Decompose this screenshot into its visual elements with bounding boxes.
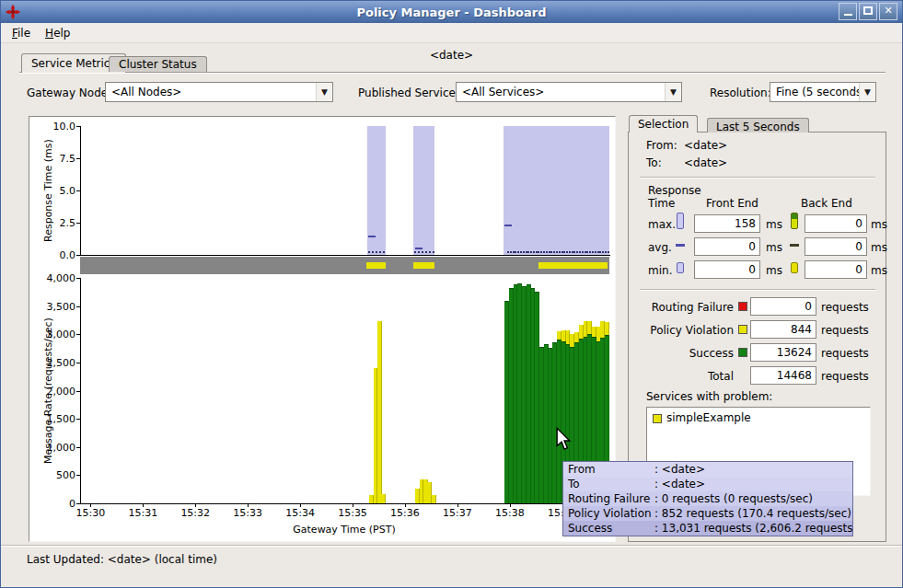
x-tick-label: 15:33 (229, 507, 266, 519)
to-value: <date> (684, 156, 727, 169)
response-min-dot (553, 251, 555, 253)
chevron-down-icon: ▼ (316, 83, 332, 101)
front-end-avg-icon (676, 244, 685, 247)
ms-unit: ms (871, 218, 887, 231)
response-min-dot (510, 251, 512, 253)
x-tick-label: 15:38 (492, 507, 528, 519)
close-icon: ✕ (884, 5, 892, 17)
from-value: <date> (684, 139, 727, 152)
back-end-avg-icon (790, 244, 799, 247)
y-tick-mark (76, 503, 80, 504)
policy-violation-bar (432, 495, 436, 503)
y-tick-label: 10.0 (33, 121, 75, 133)
policy-violation-bar (377, 321, 382, 503)
response-min-dot (418, 251, 420, 253)
list-item-service[interactable]: simpleExample (666, 411, 751, 424)
metrics-chart-area[interactable]: Response Time (ms) Message Rate (request… (29, 116, 616, 542)
rate-axis-y (80, 278, 81, 503)
tooltip-key: From (568, 462, 654, 477)
tooltip-row: Policy Violation852 requests (170.4 requ… (563, 506, 852, 521)
back-end-max-field[interactable]: 0 (805, 214, 867, 233)
minimize-button[interactable] (839, 3, 857, 20)
back-end-header: Back End (801, 197, 852, 210)
y-tick-mark (76, 255, 80, 256)
tooltip-row: Success13,031 requests (2,606.2 requests… (563, 521, 852, 536)
response-min-dot (556, 251, 558, 253)
response-min-dot (425, 251, 427, 253)
requests-unit: requests (821, 370, 869, 383)
y-tick-label: 3,000 (33, 329, 75, 340)
y-tick-label: 1,500 (33, 413, 75, 425)
tab-cluster-status[interactable]: Cluster Status (109, 56, 207, 72)
x-tick-label: 15:35 (334, 507, 371, 519)
y-tick-mark (76, 306, 80, 307)
y-tick-label: 5.0 (33, 185, 75, 197)
front-end-max-field[interactable]: 158 (694, 214, 760, 233)
front-end-avg-field[interactable]: 0 (694, 237, 760, 256)
y-tick-mark (76, 447, 80, 448)
response-min-dot (572, 251, 573, 253)
mouse-cursor (555, 427, 572, 451)
y-tick-label: 500 (33, 469, 75, 481)
response-min-dot (550, 251, 552, 253)
response-min-dot (536, 251, 538, 253)
y-tick-mark (76, 334, 80, 335)
total-label: Total (640, 370, 734, 383)
gateway-node-label: Gateway Node: (27, 86, 111, 99)
back-end-min-field[interactable]: 0 (805, 260, 867, 279)
requests-unit: requests (821, 324, 869, 337)
success-field[interactable]: 13624 (750, 343, 816, 362)
routing-failure-field[interactable]: 0 (750, 297, 816, 316)
title-bar[interactable]: Policy Manager - Dashboard ✕ (1, 1, 902, 23)
response-min-dot (433, 251, 434, 253)
gateway-node-select[interactable]: <All Nodes> ▼ (105, 82, 333, 102)
response-min-dot (573, 251, 575, 253)
response-min-dot (608, 251, 609, 253)
policy-violation-field[interactable]: 844 (750, 320, 816, 339)
close-button[interactable]: ✕ (879, 3, 897, 20)
menu-help[interactable]: Help (38, 24, 77, 42)
y-tick-label: 0.0 (33, 249, 75, 261)
response-min-dot (372, 251, 374, 253)
tab-selection[interactable]: Selection (629, 115, 698, 133)
maximize-button[interactable] (859, 3, 877, 20)
requests-unit: requests (821, 347, 869, 360)
front-end-min-field[interactable]: 0 (694, 260, 760, 279)
y-tick-mark (76, 475, 80, 476)
response-min-dot (538, 251, 539, 253)
response-min-dot (533, 251, 535, 253)
tab-last-5-seconds[interactable]: Last 5 Seconds (707, 118, 809, 133)
total-field[interactable]: 14468 (750, 366, 816, 385)
window-controls: ✕ (839, 3, 897, 20)
response-activity-block (413, 126, 434, 255)
window-title: Policy Manager - Dashboard (1, 6, 902, 19)
resolution-select[interactable]: Fine (5 seconds) ▼ (770, 82, 876, 102)
menu-file[interactable]: File (5, 24, 38, 42)
response-min-dot (602, 251, 604, 253)
x-tick-label: 15:36 (387, 507, 423, 519)
response-min-dot (379, 251, 381, 253)
front-end-max-icon (677, 213, 684, 229)
ms-unit: ms (766, 264, 782, 277)
response-min-dot (595, 251, 596, 253)
min-label: min. (648, 264, 672, 277)
resolution-value: Fine (5 seconds) (776, 86, 859, 98)
rate-axis-x (80, 503, 610, 504)
chevron-down-icon: ▼ (665, 83, 681, 101)
back-end-avg-field[interactable]: 0 (805, 237, 867, 256)
response-min-dot (513, 251, 515, 253)
chart-tooltip: From<date> To<date> Routing Failure0 req… (562, 461, 853, 536)
x-tick-label: 15:30 (72, 507, 109, 519)
response-header: Response (648, 184, 701, 197)
published-service-select[interactable]: <All Services> ▼ (456, 82, 682, 102)
y-tick-mark (76, 363, 80, 363)
tooltip-value: <date> (654, 463, 705, 476)
response-min-dot (507, 251, 509, 253)
ms-unit: ms (766, 241, 782, 254)
violation-band-segment (366, 262, 386, 269)
response-min-dot (566, 251, 568, 253)
response-axis-x (80, 255, 610, 256)
y-tick-mark (76, 419, 80, 420)
response-min-dot (549, 251, 550, 253)
response-min-dot (582, 251, 584, 253)
